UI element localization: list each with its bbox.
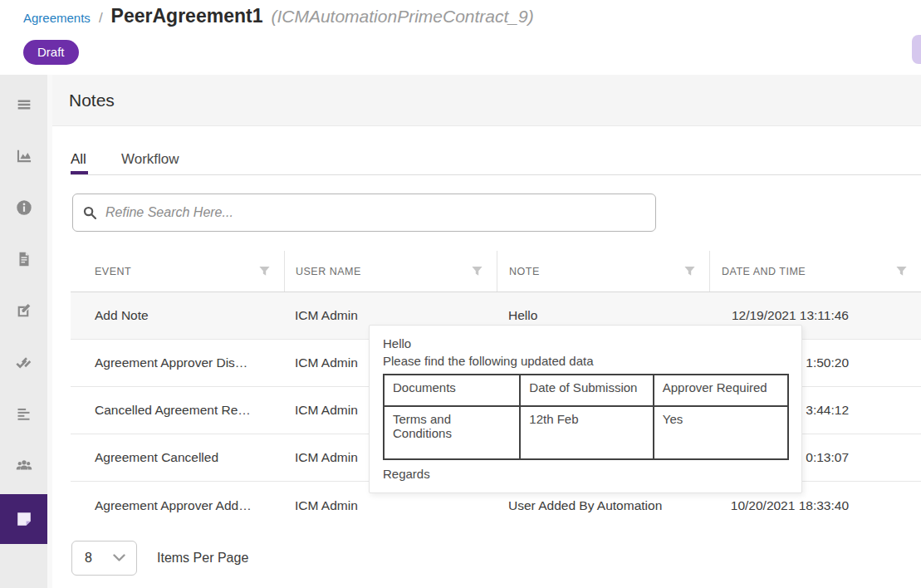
tab-all[interactable]: All xyxy=(71,151,86,168)
filter-icon[interactable] xyxy=(895,265,908,277)
event-cell: Agreement Approver Dis… xyxy=(71,355,284,370)
items-per-page-label: Items Per Page xyxy=(157,551,248,566)
items-per-page-value: 8 xyxy=(85,551,92,566)
menu-icon xyxy=(15,96,33,114)
chart-icon xyxy=(15,147,33,165)
note-cell: User Added By Automation xyxy=(497,498,709,513)
sidebar-item-notes[interactable] xyxy=(0,494,47,544)
edit-icon xyxy=(15,301,33,320)
note-detail-popover: Hello Please find the following updated … xyxy=(369,325,802,493)
user-cell: ICM Admin xyxy=(284,498,497,513)
team-icon xyxy=(14,455,34,475)
items-per-page-select[interactable]: 8 xyxy=(71,541,137,576)
tabs-divider xyxy=(71,174,921,175)
filter-icon[interactable] xyxy=(471,265,483,277)
sidebar-item-chart[interactable] xyxy=(0,130,47,182)
page-title: Notes xyxy=(69,75,115,126)
text-lines-icon xyxy=(15,405,32,423)
sidebar-item-edit[interactable] xyxy=(0,285,47,336)
event-cell: Cancelled Agreement Re… xyxy=(71,403,284,418)
document-icon xyxy=(15,250,33,268)
breadcrumb-agreements-link[interactable]: Agreements xyxy=(23,11,91,25)
pagination: 8 Items Per Page xyxy=(71,541,248,576)
info-icon xyxy=(15,198,33,217)
datetime-cell: 10/20/2021 18:33:40 xyxy=(709,498,921,513)
sidebar-item-clauses[interactable] xyxy=(0,388,47,439)
popover-col-date-of-submission: Date of Submission xyxy=(520,375,653,406)
search-icon xyxy=(83,206,96,219)
tab-workflow[interactable]: Workflow xyxy=(121,151,179,168)
popover-cell-date: 12th Feb xyxy=(520,406,653,459)
popover-col-approver-required: Approver Required xyxy=(654,375,788,406)
agreement-title: PeerAgreement1 xyxy=(111,5,263,27)
popover-cell-approver: Yes xyxy=(654,406,788,459)
popover-greeting: Hello xyxy=(383,335,788,352)
popover-intro: Please find the following updated data xyxy=(383,352,788,370)
filter-icon[interactable] xyxy=(258,265,271,277)
event-cell: Add Note xyxy=(71,308,284,323)
column-header-note: NOTE xyxy=(497,251,709,292)
popover-col-documents: Documents xyxy=(384,375,520,406)
breadcrumb-separator: / xyxy=(99,10,103,27)
sidebar-item-menu[interactable] xyxy=(0,79,47,130)
sidebar-nav xyxy=(0,75,47,588)
sidebar-gutter xyxy=(47,75,52,588)
status-badge: Draft xyxy=(23,40,79,65)
search-input[interactable] xyxy=(104,204,645,221)
notes-icon xyxy=(13,508,35,530)
popover-table: Documents Date of Submission Approver Re… xyxy=(383,374,789,460)
breadcrumb: Agreements / PeerAgreement1 (ICMAutomati… xyxy=(23,5,534,27)
note-cell: Hello xyxy=(497,308,709,323)
filter-icon[interactable] xyxy=(683,265,696,277)
column-header-user-name: USER NAME xyxy=(284,251,497,292)
datetime-cell: 12/19/2021 13:11:46 xyxy=(709,308,921,323)
sidebar-item-approvals[interactable] xyxy=(0,336,47,388)
app-window: Agreements / PeerAgreement1 (ICMAutomati… xyxy=(0,0,921,588)
popover-cell-documents: Terms and Conditions xyxy=(384,406,520,459)
event-cell: Agreement Approver Add… xyxy=(71,498,284,513)
user-cell: ICM Admin xyxy=(284,308,497,323)
column-header-date-and-time: DATE AND TIME xyxy=(709,251,921,292)
event-cell: Agreement Cancelled xyxy=(71,450,284,465)
column-header-event: EVENT xyxy=(71,251,284,292)
search-box[interactable] xyxy=(72,194,656,232)
double-check-icon xyxy=(14,353,33,372)
popover-closing: Regards xyxy=(383,465,788,483)
sidebar-item-team[interactable] xyxy=(0,439,47,491)
chevron-down-icon xyxy=(113,554,125,562)
sidebar-item-info[interactable] xyxy=(0,182,47,233)
side-panel-handle[interactable] xyxy=(912,35,921,64)
notes-title-bar: Notes xyxy=(52,75,921,126)
table-header-row: EVENT USER NAME NOTE DATE AND TIME xyxy=(71,251,921,292)
agreement-annotation: (ICMAutomationPrimeContract_9) xyxy=(271,7,533,27)
sidebar-item-document[interactable] xyxy=(0,233,47,285)
